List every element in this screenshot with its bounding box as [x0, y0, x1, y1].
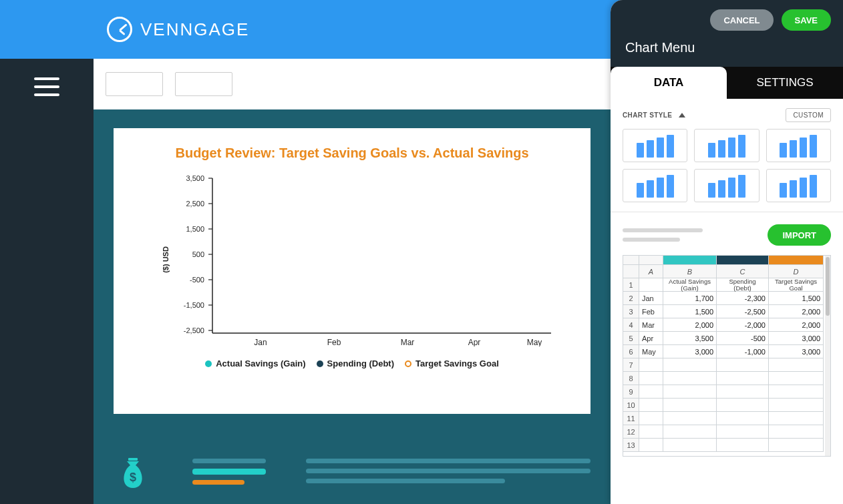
- legend-dot-teal-icon: [205, 360, 212, 367]
- import-placeholder-lines: [623, 228, 703, 242]
- chart-style-row: CHART STYLE CUSTOM: [623, 108, 831, 122]
- svg-text:500: 500: [192, 250, 204, 258]
- placeholder-paragraph: [306, 456, 591, 483]
- chart-style-thumb-1[interactable]: [623, 129, 687, 162]
- legend-item-target: Target Savings Goal: [405, 358, 499, 368]
- info-strip: $: [114, 456, 591, 493]
- svg-text:May: May: [527, 338, 542, 346]
- toolbar-select-1[interactable]: [106, 72, 163, 96]
- import-button[interactable]: IMPORT: [768, 224, 831, 246]
- tab-settings[interactable]: SETTINGS: [727, 67, 843, 99]
- legend-item-actual: Actual Savings (Gain): [205, 358, 305, 368]
- left-sidebar: [0, 59, 94, 504]
- series-color-d[interactable]: [769, 256, 824, 265]
- sheet-vertical-scrollbar[interactable]: [825, 256, 830, 456]
- svg-text:Feb: Feb: [327, 338, 341, 346]
- svg-text:Jan: Jan: [254, 338, 267, 346]
- panel-tabs: DATA SETTINGS: [611, 67, 843, 99]
- cell-C1[interactable]: Spending (Debt): [717, 278, 769, 292]
- chart-style-thumb-6[interactable]: [766, 169, 831, 202]
- chart-style-thumb-2[interactable]: [694, 129, 759, 162]
- col-A[interactable]: A: [639, 265, 663, 278]
- legend-dot-navy-icon: [317, 360, 323, 367]
- custom-style-button[interactable]: CUSTOM: [786, 108, 831, 122]
- brand-name: VENNGAGE: [140, 19, 249, 40]
- svg-text:-500: -500: [190, 276, 204, 284]
- svg-rect-21: [128, 458, 138, 461]
- svg-text:-2,500: -2,500: [184, 326, 204, 334]
- row-header-1[interactable]: 1: [623, 278, 639, 292]
- y-axis-label: ($) USD: [162, 246, 170, 273]
- save-button[interactable]: SAVE: [782, 9, 831, 31]
- legend-ring-orange-icon: [405, 360, 411, 367]
- import-row: IMPORT: [623, 224, 831, 246]
- svg-text:1,500: 1,500: [186, 225, 204, 233]
- menu-hamburger-icon[interactable]: [34, 77, 59, 96]
- design-canvas[interactable]: Budget Review: Target Saving Goals vs. A…: [94, 109, 611, 504]
- chart-style-thumb-4[interactable]: [623, 169, 687, 202]
- chart-style-thumb-3[interactable]: [766, 129, 831, 162]
- data-sheet[interactable]: A B C D 1 Actual Savings (Gain) Spending…: [623, 255, 831, 457]
- chart-title: Budget Review: Target Saving Goals vs. A…: [143, 146, 561, 161]
- svg-text:-1,500: -1,500: [184, 301, 204, 309]
- panel-title: Chart Menu: [625, 40, 831, 55]
- chart-plot-area: ($) USD 3,500 2,500 1,500 500 -500 -1,50…: [174, 173, 561, 346]
- venngage-logo-icon: [107, 17, 132, 42]
- svg-text:Mar: Mar: [401, 338, 415, 346]
- chart-style-thumb-5[interactable]: [694, 169, 759, 202]
- money-bag-icon: $: [114, 456, 152, 491]
- chart-style-label: CHART STYLE: [623, 111, 672, 119]
- chart-style-thumbnails: [623, 129, 831, 202]
- cell-B1[interactable]: Actual Savings (Gain): [663, 278, 717, 292]
- tab-data[interactable]: DATA: [611, 67, 727, 99]
- legend-item-spending: Spending (Debt): [317, 358, 394, 368]
- cell-D1[interactable]: Target Savings Goal: [769, 278, 824, 292]
- col-C[interactable]: C: [717, 265, 769, 278]
- placeholder-lines-left: [192, 456, 266, 485]
- cancel-button[interactable]: CANCEL: [710, 9, 773, 31]
- svg-text:$: $: [130, 471, 136, 484]
- collapse-caret-up-icon[interactable]: [679, 113, 685, 117]
- panel-header: CANCEL SAVE Chart Menu: [611, 0, 843, 67]
- cell-A1[interactable]: [639, 278, 663, 292]
- col-D[interactable]: D: [769, 265, 824, 278]
- chart-menu-panel: CANCEL SAVE Chart Menu DATA SETTINGS CHA…: [611, 0, 843, 504]
- svg-text:3,500: 3,500: [186, 174, 204, 182]
- svg-text:2,500: 2,500: [186, 200, 204, 208]
- toolbar-select-2[interactable]: [175, 72, 232, 96]
- svg-text:Apr: Apr: [468, 338, 481, 346]
- brand-logo[interactable]: VENNGAGE: [107, 17, 249, 42]
- chart-legend: Actual Savings (Gain) Spending (Debt) Ta…: [143, 358, 561, 368]
- col-B[interactable]: B: [663, 265, 717, 278]
- chart-card[interactable]: Budget Review: Target Saving Goals vs. A…: [114, 128, 591, 414]
- series-color-b[interactable]: [663, 256, 717, 265]
- series-color-c[interactable]: [717, 256, 769, 265]
